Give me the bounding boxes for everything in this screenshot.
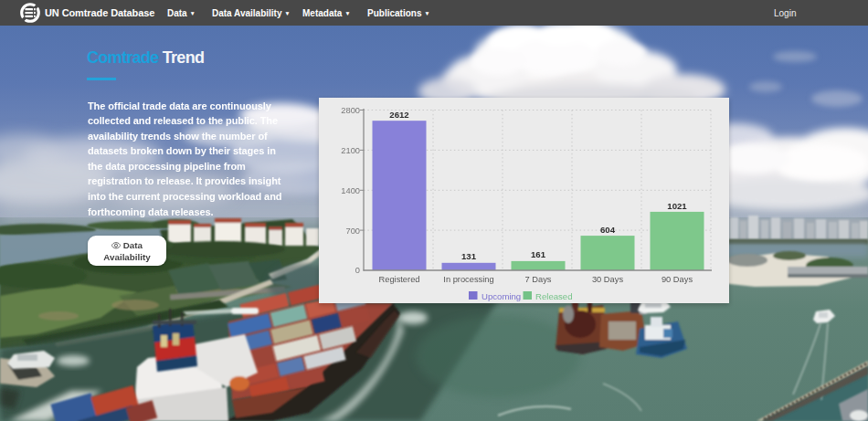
svg-text:161: 161 <box>531 249 546 259</box>
svg-text:2800: 2800 <box>341 106 360 115</box>
svg-text:In processing: In processing <box>443 275 493 284</box>
svg-text:Registered: Registered <box>379 275 420 284</box>
svg-text:0: 0 <box>355 266 360 275</box>
svg-text:30 Days: 30 Days <box>592 275 623 284</box>
svg-text:2100: 2100 <box>341 146 360 155</box>
svg-text:7 Days: 7 Days <box>525 275 552 284</box>
svg-text:Upcoming: Upcoming <box>482 291 521 301</box>
svg-text:90 Days: 90 Days <box>662 275 693 284</box>
svg-text:2612: 2612 <box>389 110 408 120</box>
svg-text:604: 604 <box>600 225 616 235</box>
svg-text:1400: 1400 <box>341 186 360 195</box>
svg-text:131: 131 <box>461 251 477 261</box>
svg-text:700: 700 <box>345 226 360 236</box>
svg-text:Released: Released <box>535 291 573 301</box>
svg-text:1021: 1021 <box>667 201 687 211</box>
